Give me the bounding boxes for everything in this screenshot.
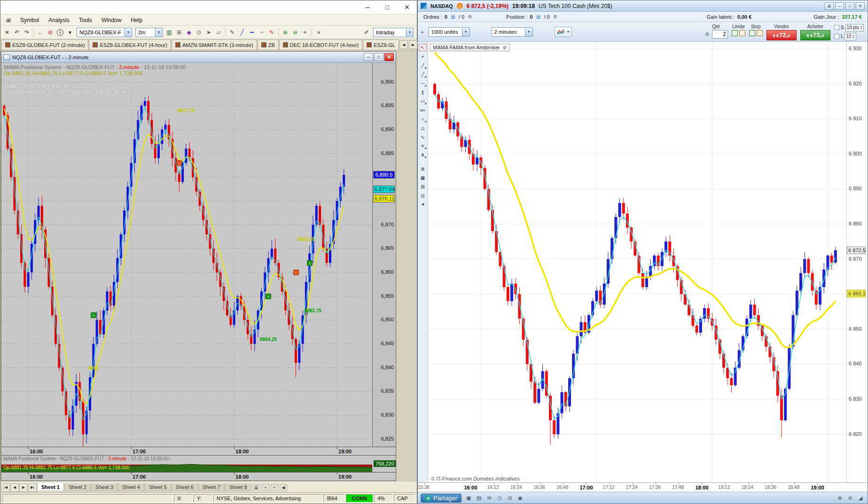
menu-analysis[interactable]: Analysis (44, 16, 74, 24)
tab-scroll-left-button[interactable]: ◀ (399, 40, 408, 49)
cross-tool[interactable]: + (419, 53, 427, 60)
time-axis[interactable]: 15:3616:0016:1216:2416:3616:4817:0017:12… (418, 482, 868, 492)
chart-tab-2[interactable]: ESZ8-GLOBEX-FUT (4-hour) (89, 39, 171, 50)
pin-button[interactable]: ▪ (262, 484, 269, 491)
limit-buy-button[interactable] (732, 30, 738, 36)
minimize-button[interactable]: ─ (364, 53, 373, 61)
dashed-line-icon[interactable]: ┄ (257, 28, 266, 37)
layout-icon[interactable]: ⊞ (825, 2, 834, 10)
stop-sell-button[interactable] (757, 30, 763, 36)
price-chart[interactable]: MAMA FAMA from Amibroker ⚙ © IT-Finance.… (428, 42, 846, 482)
chevron-down-icon[interactable]: ▼ (406, 28, 413, 37)
maximize-button[interactable]: □ (381, 3, 393, 12)
chart-window-titlebar[interactable]: NQZ8-GLOBEX-FUT - - 2-minute ─ □ ✕ (1, 52, 396, 63)
restore-button[interactable]: □ (374, 53, 383, 61)
indicator-tag[interactable]: MAMA FAMA from Amibroker ⚙ (430, 44, 509, 51)
info-icon[interactable]: i (57, 29, 63, 36)
hline-tool[interactable]: ─ (419, 79, 427, 87)
indicator-button[interactable]: ▼ (555, 27, 572, 37)
sheet-nav-2[interactable]: ▶ (19, 483, 28, 492)
sheet-tab-sheet-8[interactable]: Sheet 8 (225, 483, 251, 491)
close-icon[interactable]: ✕ (2, 28, 12, 37)
chart-tab-4[interactable]: ZB (258, 39, 279, 50)
fibonacci-tool[interactable]: ≡ (419, 142, 427, 149)
tab-scroll-right-button[interactable]: ▶ (409, 40, 417, 49)
menu-symbol[interactable]: Symbol (16, 16, 43, 24)
stepper-arrows[interactable]: ▲▼ (852, 34, 855, 39)
close-icon[interactable]: ✕ (856, 2, 865, 10)
minimize-button[interactable]: ─ (361, 3, 374, 12)
limit-points-stepper[interactable]: 10 ▲▼ (845, 33, 856, 40)
diamond-icon[interactable]: ◆ (184, 28, 194, 37)
interval-combo[interactable]: 2m ▼ (135, 28, 163, 37)
stop-checkbox[interactable] (834, 25, 839, 30)
sheet-tab-sheet-1[interactable]: Sheet 1 (37, 483, 64, 491)
parallel-tool[interactable]: ∥ (419, 88, 427, 96)
new-sheet-button[interactable]: + (271, 484, 278, 491)
candles-icon[interactable]: ▦ (419, 174, 427, 181)
main-chart[interactable]: MAMA Positional System - NQZ8-GLOBEX-FUT… (1, 63, 372, 447)
gear-icon[interactable]: ⚙ (552, 14, 559, 20)
stop-buy-button[interactable] (749, 30, 755, 36)
back-icon[interactable]: ← (36, 28, 45, 37)
menu-help[interactable]: Help (126, 16, 147, 24)
close-button[interactable]: ✕ (401, 3, 413, 12)
zoom-out-icon[interactable]: ⊖ (290, 28, 300, 37)
menu-at[interactable]: at (2, 16, 15, 24)
cursor-tool[interactable]: ↖ (419, 44, 427, 51)
period-combo[interactable]: Intraday ▼ (373, 28, 414, 37)
buy-button[interactable]: 6 873,0 (800, 30, 830, 40)
pointer-icon[interactable]: ➤ (204, 28, 213, 37)
trendline-icon[interactable]: ╱ (237, 28, 247, 37)
text-tool[interactable]: abc (419, 106, 427, 114)
sheet-nav-0[interactable]: |◀ (1, 483, 10, 492)
zoom-out-icon[interactable]: ⊖ (846, 494, 854, 502)
collapse-toolbar-icon[interactable]: ▸ (422, 30, 424, 34)
calendar-icon[interactable]: ▤ (475, 494, 483, 502)
share-button[interactable]: ◄ Partager (421, 494, 461, 503)
crosshair-icon[interactable]: + (300, 28, 310, 37)
limit-checkbox[interactable] (834, 34, 839, 39)
sell-button[interactable]: 6 872,0 (766, 30, 797, 40)
maximize-icon[interactable]: □ (845, 2, 854, 10)
levels-icon[interactable]: ≣ (419, 165, 427, 172)
table-icon[interactable]: ⊞ (419, 183, 427, 190)
scroll-left-icon[interactable]: ◀ (280, 484, 287, 491)
menu-tools[interactable]: Tools (75, 16, 96, 24)
price-axis[interactable]: 6,9006,8956,8906,8856,8806,8756,8706,865… (372, 63, 396, 447)
chart-tab-3[interactable]: AMZN-SMART-STK (3-minute) (172, 39, 257, 50)
sheet-tab-sheet-5[interactable]: Sheet 5 (145, 483, 171, 491)
pitchfork-tool[interactable]: ⋔ (419, 151, 427, 158)
chart-type-icon[interactable]: ▥ (164, 28, 174, 37)
sheet-tab-sheet-6[interactable]: Sheet 6 (172, 483, 198, 491)
minimize-icon[interactable]: ─ (835, 2, 844, 10)
zoom-in-icon[interactable]: ⊕ (836, 494, 844, 502)
stepper-arrows[interactable]: ▲▼ (860, 25, 862, 30)
symbol-combo[interactable]: NQZ8-GLOBEX-F ▼ (77, 28, 132, 37)
sheet-tab-sheet-3[interactable]: Sheet 3 (91, 483, 117, 491)
limit-sell-button[interactable] (739, 30, 745, 36)
order-list-icon[interactable]: ▤ (450, 14, 456, 20)
rect-tool[interactable]: ▭ (419, 97, 427, 105)
close-button[interactable]: ✕ (384, 53, 394, 61)
printer-icon[interactable]: ⊟ (506, 494, 514, 502)
time-axis-volume[interactable]: 16:0017:0018:0019:00 (1, 472, 396, 481)
zoom-in-icon[interactable]: ⊕ (281, 28, 290, 37)
chart-tab-1[interactable]: ESZ8-GLOBEX-FUT (2-minute) (1, 39, 88, 50)
chevron-down-icon[interactable]: ▼ (155, 28, 162, 37)
redo-icon[interactable]: ↷ (22, 28, 31, 37)
collapse-icon[interactable]: ◀ (419, 201, 427, 208)
pencil-icon[interactable]: ✎ (227, 28, 237, 37)
ellipse-tool[interactable]: ○ (419, 115, 427, 123)
stop-icon[interactable]: ⊘ (46, 28, 55, 37)
scan-icon[interactable]: ⊙ (194, 28, 203, 37)
trendline-tool[interactable]: ╱ (419, 62, 427, 69)
sheet-tab-sheet-2[interactable]: Sheet 2 (64, 483, 91, 491)
chart-tab-6[interactable]: ESZ8-GL (363, 39, 399, 50)
position-list-icon[interactable]: ▤ (535, 14, 541, 20)
ray-tool[interactable]: ╱ (419, 70, 427, 78)
mail-icon[interactable]: ✉ (485, 494, 493, 502)
zigzag-tool[interactable]: ∿ (419, 133, 427, 140)
target-icon[interactable]: ◎ (419, 192, 427, 199)
marker-icon[interactable]: ✎ (267, 28, 276, 37)
